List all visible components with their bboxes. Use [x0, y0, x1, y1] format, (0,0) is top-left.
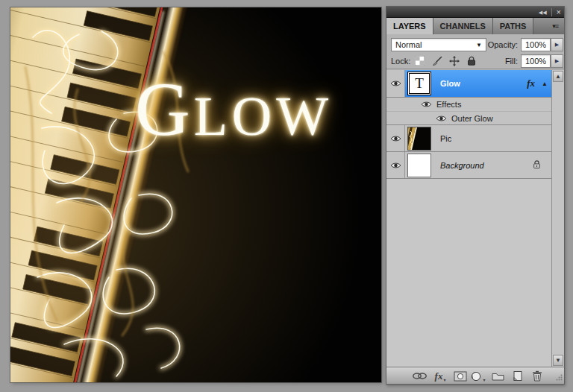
move-icon — [449, 56, 460, 66]
effects-label: Effects — [436, 100, 461, 109]
glow-text-rest: LOW — [194, 86, 334, 147]
new-group-button[interactable] — [489, 370, 506, 382]
outer-glow-label: Outer Glow — [451, 114, 493, 123]
new-adjustment-layer-button[interactable]: ▾ — [470, 370, 486, 382]
layer-row-effects[interactable]: Effects — [386, 98, 551, 112]
layer-options-area: Normal ▼ Opacity: 100% ▶ Lock: — [386, 34, 564, 69]
visibility-toggle-glow[interactable] — [386, 70, 405, 97]
delete-layer-button[interactable] — [529, 370, 545, 382]
tab-label: LAYERS — [393, 22, 426, 31]
photoshop-workspace: GLOW ◀◀ × LAYERS CHANNELS PATHS ▾≡ Norma… — [0, 0, 573, 392]
resize-grip[interactable] — [556, 373, 563, 382]
opacity-value: 100% — [525, 40, 546, 49]
opacity-input[interactable]: 100% — [521, 38, 551, 51]
trash-icon — [532, 370, 542, 382]
fill-spinner-button[interactable]: ▶ — [551, 54, 563, 68]
layer-mask-icon — [454, 371, 467, 382]
blend-mode-value: Normal — [395, 40, 422, 49]
add-layer-style-button[interactable]: fx▾ — [432, 370, 448, 382]
opacity-label: Opacity: — [475, 40, 518, 49]
scroll-down-icon: ▼ — [555, 357, 561, 364]
brush-icon — [432, 56, 442, 66]
lock-position-button[interactable] — [448, 54, 460, 67]
panel-menu-icon[interactable]: ▾≡ — [546, 18, 564, 34]
chevron-down-icon: ▾ — [483, 377, 485, 382]
adjustment-layer-icon — [471, 371, 482, 382]
eye-icon[interactable] — [421, 101, 432, 108]
tab-label: PATHS — [500, 22, 527, 31]
fx-icon: fx — [435, 370, 443, 382]
layers-list: T Glow fx ▲ Effects — [386, 70, 564, 367]
pic-layer-thumbnail[interactable] — [407, 127, 431, 151]
lock-all-button[interactable] — [465, 54, 478, 67]
spinner-arrow-icon: ▶ — [555, 42, 559, 48]
new-layer-button[interactable] — [509, 370, 525, 382]
eye-icon — [390, 135, 401, 142]
close-panel-icon[interactable]: × — [551, 8, 561, 16]
lock-pixels-button[interactable] — [430, 54, 443, 67]
layer-row-glow[interactable]: T Glow fx ▲ — [386, 70, 551, 98]
lock-transparency-button[interactable] — [413, 54, 426, 67]
layers-panel-toolbar: fx▾ ▾ — [386, 367, 564, 384]
layers-panel: ◀◀ × LAYERS CHANNELS PATHS ▾≡ Normal ▼ O… — [386, 6, 565, 385]
blend-mode-select[interactable]: Normal ▼ — [391, 38, 486, 51]
visibility-toggle-pic[interactable] — [386, 125, 405, 151]
fill-label: Fill: — [489, 57, 518, 66]
spinner-arrow-icon: ▶ — [555, 58, 559, 64]
fill-value: 100% — [525, 57, 546, 66]
background-layer-thumbnail[interactable] — [407, 154, 431, 177]
thumbnail-letter: T — [415, 75, 424, 92]
add-layer-mask-button[interactable] — [452, 370, 469, 382]
padlock-icon — [467, 56, 476, 66]
layer-row-outer-glow[interactable]: Outer Glow — [386, 112, 551, 125]
link-layers-button[interactable] — [411, 370, 428, 382]
new-layer-icon — [512, 370, 523, 382]
background-lock-icon — [533, 159, 541, 171]
folder-icon — [492, 371, 504, 381]
scroll-down-button[interactable]: ▼ — [553, 355, 563, 366]
layer-name-background: Background — [440, 161, 484, 170]
eye-icon[interactable] — [436, 115, 447, 122]
layers-scrollbar[interactable]: ▲ ▼ — [551, 70, 564, 367]
fill-input[interactable]: 100% — [521, 54, 551, 68]
scroll-up-button[interactable]: ▲ — [553, 71, 563, 82]
visibility-toggle-background[interactable] — [386, 152, 405, 178]
fx-badge-icon[interactable]: fx — [527, 78, 535, 89]
glow-text-layer-content: GLOW — [135, 72, 333, 148]
tab-label: CHANNELS — [440, 22, 486, 31]
tab-channels[interactable]: CHANNELS — [433, 18, 493, 34]
eye-icon — [390, 162, 401, 169]
panel-tab-bar: LAYERS CHANNELS PATHS ▾≡ — [386, 18, 564, 34]
text-layer-thumbnail[interactable]: T — [407, 72, 431, 95]
collapse-panels-icon[interactable]: ◀◀ — [539, 10, 547, 15]
scroll-up-icon: ▲ — [555, 73, 561, 80]
pic-thumbnail-image — [408, 127, 430, 150]
glow-text-initial: G — [135, 67, 194, 151]
chain-link-icon — [412, 372, 428, 380]
collapse-effects-icon[interactable]: ▲ — [542, 80, 548, 87]
tab-paths[interactable]: PATHS — [493, 18, 534, 34]
eye-icon — [390, 80, 401, 87]
layer-row-background[interactable]: Background — [386, 152, 551, 179]
document-canvas[interactable]: GLOW — [10, 7, 381, 382]
checkerboard-icon — [415, 56, 425, 66]
layer-row-pic[interactable]: Pic — [386, 125, 551, 152]
tab-bar-spacer — [533, 18, 546, 34]
layer-name-glow: Glow — [440, 79, 460, 88]
chevron-down-icon: ▾ — [443, 377, 445, 382]
layer-name-pic: Pic — [440, 134, 451, 143]
opacity-spinner-button[interactable]: ▶ — [551, 38, 563, 51]
piano-photo — [10, 7, 381, 382]
tab-layers[interactable]: LAYERS — [386, 18, 433, 34]
lock-label: Lock: — [391, 57, 412, 66]
panel-group-titlebar: ◀◀ × — [386, 7, 564, 18]
